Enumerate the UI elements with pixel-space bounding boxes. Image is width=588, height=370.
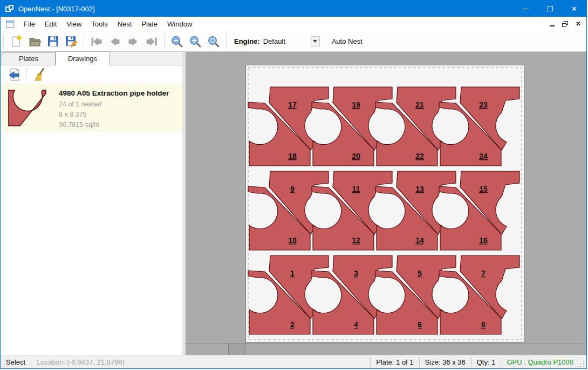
title-bar: OpenNest - [N0317-002] ✕: [1, 1, 586, 17]
status-size: Size: 36 x 36: [425, 358, 466, 366]
import-drawing-button[interactable]: [6, 66, 22, 83]
panel-separator: [26, 68, 27, 81]
zoom-in-button[interactable]: [186, 33, 204, 50]
menu-item-plate[interactable]: Plate: [136, 18, 162, 30]
app-window: OpenNest - [N0317-002] ✕ FileEditViewToo…: [0, 0, 587, 369]
status-separator: [501, 358, 501, 367]
save-as-button[interactable]: [62, 33, 80, 50]
minimize-button[interactable]: [514, 1, 538, 17]
engine-select[interactable]: Default: [263, 36, 320, 48]
part-thumbnail: [8, 90, 48, 127]
mdi-minimize-icon[interactable]: [550, 25, 555, 26]
previous-plate-button[interactable]: [106, 33, 124, 50]
maximize-icon: [548, 6, 553, 11]
zoom-in-icon: [189, 35, 202, 48]
resize-grip[interactable]: [578, 361, 584, 367]
part-number-label: 3: [354, 269, 358, 278]
menu-item-edit[interactable]: Edit: [40, 18, 61, 30]
menu-item-window[interactable]: Window: [162, 18, 197, 30]
first-plate-button[interactable]: [87, 33, 106, 50]
part-number-label: 9: [290, 185, 295, 193]
part-number-label: 11: [352, 185, 360, 193]
part-number-label: 24: [479, 152, 488, 160]
minimize-icon: [523, 9, 529, 9]
status-qty: Qty: 1: [477, 358, 496, 366]
toolbar-separator: [84, 34, 84, 49]
toolbar-separator: [226, 34, 227, 49]
new-button[interactable]: [7, 33, 25, 50]
tab-drawings[interactable]: Drawings: [56, 51, 110, 65]
menu-item-file[interactable]: File: [19, 18, 40, 30]
last-arrow-icon: [145, 35, 159, 48]
part-number-label: 13: [415, 185, 424, 193]
drawing-title: 4980 A05 Extraction pipe holder: [59, 89, 169, 97]
next-plate-button[interactable]: [124, 33, 142, 50]
maximize-button[interactable]: [538, 1, 562, 17]
open-folder-icon: [28, 35, 42, 48]
new-document-icon: [10, 35, 23, 48]
first-arrow-icon: [90, 35, 104, 48]
auto-nest-button[interactable]: Auto Nest: [327, 35, 367, 48]
plate-sheet[interactable]: 171819202122232491011121314151612345678: [245, 65, 524, 342]
zoom-out-button[interactable]: [168, 33, 186, 50]
mdi-close-icon[interactable]: ✕: [576, 20, 581, 28]
app-icon: [5, 5, 14, 12]
zoom-extents-button[interactable]: [204, 33, 223, 50]
part-number-label: 19: [352, 100, 360, 109]
part-number-label: 5: [418, 269, 422, 278]
zoom-out-icon: [170, 35, 183, 48]
nest-canvas[interactable]: 171819202122232491011121314151612345678: [186, 52, 586, 355]
part-number-label: 1: [290, 269, 295, 278]
close-button[interactable]: ✕: [562, 1, 586, 17]
drawing-size: 8 x 8.375: [59, 110, 169, 120]
part-number-label: 16: [479, 236, 488, 245]
clear-drawings-button[interactable]: [31, 66, 47, 83]
previous-arrow-icon: [108, 35, 122, 48]
part-number-label: 4: [354, 320, 358, 329]
chevron-down-icon: [313, 40, 317, 43]
part-number-label: 21: [415, 100, 424, 109]
part-number-label: 8: [481, 320, 486, 329]
next-arrow-icon: [126, 35, 140, 48]
left-panel: Plates Drawings: [1, 52, 186, 355]
part-number-label: 10: [288, 236, 297, 245]
status-gpu: GPU : Quadro P1000: [507, 358, 573, 366]
status-mode: Select: [6, 358, 25, 366]
drawing-nested-count: 24 of 1 nested: [59, 99, 169, 110]
status-separator: [419, 358, 420, 367]
save-icon: [46, 35, 60, 48]
zoom-extents-icon: [207, 35, 220, 48]
part-number-label: 17: [288, 100, 297, 109]
menu-item-tools[interactable]: Tools: [86, 18, 112, 30]
drawing-list-item[interactable]: 4980 A05 Extraction pipe holder 24 of 1 …: [1, 84, 182, 131]
horizontal-scrollbar-thumb[interactable]: [228, 344, 245, 355]
window-title: OpenNest - [N0317-002]: [18, 5, 95, 13]
broom-icon: [32, 68, 46, 82]
tab-strip: Plates Drawings: [1, 52, 182, 65]
engine-selected-value: Default: [263, 37, 311, 45]
tab-plates[interactable]: Plates: [2, 52, 56, 65]
last-plate-button[interactable]: [142, 33, 161, 50]
drawings-list-empty-area: [1, 131, 182, 355]
engine-label: Engine:: [234, 37, 260, 45]
engine-dropdown-button[interactable]: [311, 36, 320, 46]
open-button[interactable]: [25, 33, 44, 50]
page-back-arrow-icon: [7, 68, 21, 82]
save-button[interactable]: [44, 33, 62, 50]
part-number-label: 18: [288, 152, 297, 160]
menu-item-view[interactable]: View: [61, 18, 86, 30]
drawings-toolbar: [1, 65, 182, 84]
status-separator: [471, 358, 471, 367]
menu-item-nest[interactable]: Nest: [113, 18, 137, 30]
status-location: Location: [-0.9437, 21.8796]: [37, 358, 124, 366]
save-edit-icon: [65, 35, 78, 48]
mdi-restore-icon[interactable]: [562, 21, 568, 27]
horizontal-scrollbar[interactable]: [186, 344, 586, 355]
status-bar: Select Location: [-0.9437, 21.8796] Plat…: [1, 355, 586, 368]
part-number-label: 20: [352, 152, 360, 160]
toolbar-grip: [3, 35, 4, 49]
status-separator: [31, 358, 31, 367]
menu-bar: FileEditViewToolsNestPlateWindow ✕: [1, 17, 586, 31]
close-icon: ✕: [571, 5, 577, 13]
part-number-label: 15: [479, 185, 488, 193]
